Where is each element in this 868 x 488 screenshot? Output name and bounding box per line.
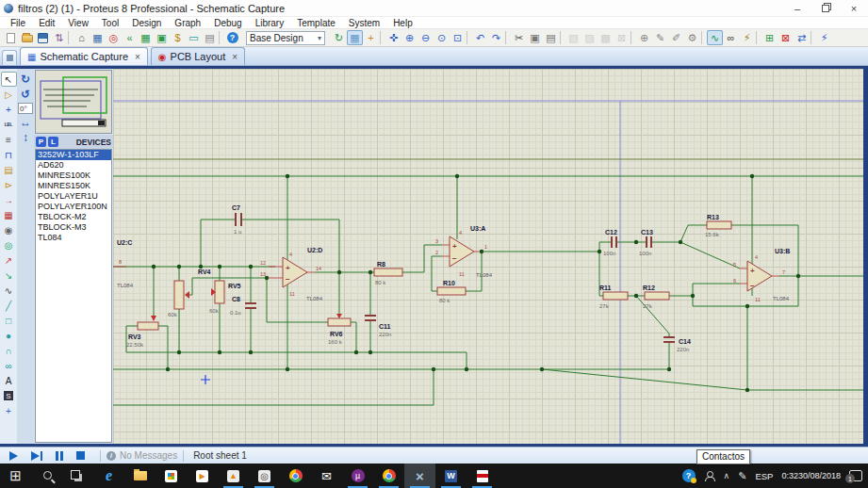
- 2d-text-mode[interactable]: A: [1, 373, 17, 388]
- buses-mode[interactable]: ⊓: [1, 147, 17, 162]
- device-list-item[interactable]: 3252W-1-103LF: [36, 150, 111, 160]
- menu-item[interactable]: View: [61, 17, 95, 29]
- redo[interactable]: ↷: [488, 30, 504, 45]
- pick-devices-button[interactable]: P: [36, 137, 46, 147]
- wire-label-mode[interactable]: LBL: [1, 117, 17, 132]
- pause-button[interactable]: [56, 451, 63, 461]
- rotate-cw-icon[interactable]: ↻: [18, 73, 33, 86]
- pcb-layout-view[interactable]: ▣: [154, 30, 170, 45]
- make-device[interactable]: ✎: [652, 30, 668, 45]
- add-sheet[interactable]: ⊞: [762, 30, 778, 45]
- block-copy[interactable]: ▧: [565, 30, 581, 45]
- search[interactable]: [31, 464, 62, 488]
- component-R12[interactable]: [645, 292, 669, 300]
- cut[interactable]: ✂: [511, 30, 527, 45]
- graph-mode[interactable]: ▦: [1, 207, 17, 222]
- previous-sheet[interactable]: «: [122, 30, 138, 45]
- grid-toggle[interactable]: ▦: [347, 30, 363, 45]
- tape-recorder-mode[interactable]: ◉: [1, 222, 17, 237]
- utorrent[interactable]: µ: [342, 464, 373, 488]
- component-mode[interactable]: ▷: [1, 87, 17, 102]
- save-design[interactable]: [35, 30, 51, 45]
- tab-schematic-capture[interactable]: ▦ Schematic Capture ×: [20, 47, 148, 65]
- file-explorer[interactable]: [124, 464, 156, 488]
- component-RV3[interactable]: [138, 322, 158, 330]
- property-assignment[interactable]: ⚡: [739, 30, 755, 45]
- application-home-tab[interactable]: [2, 50, 17, 65]
- subcircuit-mode[interactable]: ▤: [1, 162, 17, 177]
- electrical-rule-check[interactable]: ⚡: [816, 30, 832, 45]
- decompose[interactable]: ⚙: [684, 30, 700, 45]
- mirror-horizontal-icon[interactable]: ↔: [18, 116, 33, 129]
- current-probe-mode[interactable]: ↘: [1, 268, 17, 283]
- library-manager-button[interactable]: L: [48, 137, 58, 147]
- component-R10[interactable]: [437, 287, 466, 295]
- selection-mode[interactable]: ↖: [1, 72, 17, 87]
- close-tab-icon[interactable]: ×: [232, 52, 237, 62]
- start[interactable]: ⊞: [0, 464, 31, 488]
- task-view[interactable]: [62, 464, 93, 488]
- acrobat[interactable]: [467, 464, 498, 488]
- device-list-item[interactable]: TL084: [36, 233, 111, 243]
- help-tray-icon[interactable]: ?: [682, 469, 696, 482]
- component-RV5[interactable]: [215, 281, 224, 303]
- menu-item[interactable]: Help: [386, 17, 419, 29]
- menu-item[interactable]: Design: [125, 17, 168, 29]
- step-button[interactable]: [31, 451, 42, 461]
- help[interactable]: ?: [224, 30, 240, 45]
- device-list-item[interactable]: AD620: [36, 160, 111, 171]
- design-rule-check[interactable]: ▭: [186, 30, 202, 45]
- clock[interactable]: 0:32 30/08/2018: [781, 471, 841, 480]
- menu-item[interactable]: System: [342, 17, 386, 29]
- menu-item[interactable]: Debug: [207, 17, 248, 29]
- search-tag[interactable]: ∞: [723, 30, 739, 45]
- 2d-arc-mode[interactable]: ∩: [1, 343, 17, 358]
- menu-item[interactable]: Template: [290, 17, 342, 29]
- marker-mode[interactable]: +: [1, 403, 17, 418]
- open-design[interactable]: [19, 30, 35, 45]
- junction-dot-mode[interactable]: +: [1, 102, 17, 117]
- design-explorer[interactable]: ▦: [90, 30, 106, 45]
- stop-button[interactable]: [76, 451, 85, 460]
- zoom-all[interactable]: ⊙: [434, 30, 450, 45]
- home-page[interactable]: ⌂: [74, 30, 90, 45]
- zoom-in[interactable]: ⊕: [401, 30, 418, 45]
- terminals-mode[interactable]: ⊳: [1, 177, 17, 192]
- restore-button[interactable]: [811, 0, 840, 16]
- menu-item[interactable]: Edit: [32, 17, 61, 29]
- chrome-profile-2[interactable]: [373, 464, 404, 488]
- device-list-item[interactable]: MINRES100K: [36, 171, 111, 181]
- menu-item[interactable]: Library: [249, 17, 291, 29]
- edge[interactable]: e: [93, 464, 124, 488]
- device-pins-mode[interactable]: →: [1, 192, 17, 207]
- component-RV4[interactable]: [174, 281, 184, 309]
- exchange-sheet[interactable]: ⇄: [794, 30, 810, 45]
- zoom-out[interactable]: ⊖: [418, 30, 434, 45]
- 2d-path-mode[interactable]: ∞: [1, 358, 17, 373]
- mail[interactable]: ✉: [311, 464, 342, 488]
- schematic-capture-view[interactable]: ▦: [138, 30, 154, 45]
- component-R11[interactable]: [603, 292, 628, 300]
- close-button[interactable]: ×: [840, 0, 868, 16]
- device-list-item[interactable]: MINRES150K: [36, 181, 111, 191]
- undo[interactable]: ↶: [472, 30, 488, 45]
- photos[interactable]: ▲: [218, 464, 249, 488]
- language-indicator[interactable]: ESP: [755, 471, 773, 481]
- 2d-box-mode[interactable]: □: [1, 313, 17, 328]
- paste[interactable]: ▤: [543, 30, 559, 45]
- word[interactable]: W: [435, 464, 467, 488]
- import-project[interactable]: ⇅: [51, 30, 67, 45]
- copy[interactable]: ▣: [527, 30, 543, 45]
- close-tab-icon[interactable]: ×: [135, 52, 140, 62]
- redraw[interactable]: ↻: [331, 30, 347, 45]
- menu-item[interactable]: Graph: [168, 17, 207, 29]
- virtual-instruments-mode[interactable]: ∿: [1, 283, 17, 298]
- text-script-mode[interactable]: ≡: [1, 132, 17, 147]
- design-selector[interactable]: Base Design ▾: [246, 31, 325, 45]
- films-tv[interactable]: ▶: [187, 464, 218, 488]
- menu-item[interactable]: File: [4, 17, 32, 29]
- schematic-overview[interactable]: [35, 70, 112, 134]
- device-list-item[interactable]: POLYLAYER100N: [36, 202, 111, 212]
- proteus[interactable]: ×: [404, 464, 435, 488]
- 2d-symbol-mode[interactable]: S: [1, 388, 17, 403]
